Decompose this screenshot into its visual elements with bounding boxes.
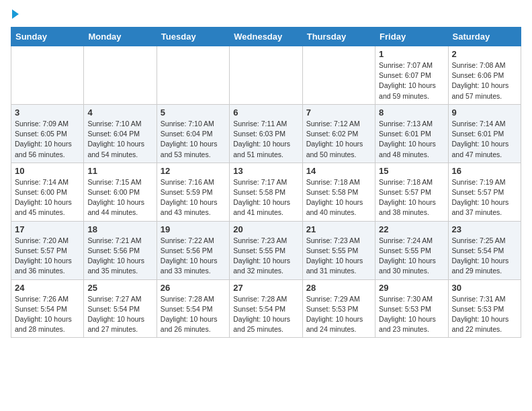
day-detail: Sunrise: 7:16 AM Sunset: 5:59 PM Dayligh…: [161, 177, 226, 218]
day-detail: Sunrise: 7:31 AM Sunset: 5:53 PM Dayligh…: [452, 294, 517, 335]
page-header: [11, 11, 521, 19]
calendar-day-cell: 12Sunrise: 7:16 AM Sunset: 5:59 PM Dayli…: [157, 163, 229, 221]
day-detail: Sunrise: 7:21 AM Sunset: 5:56 PM Dayligh…: [87, 236, 152, 277]
weekday-monday: Monday: [84, 28, 157, 46]
day-detail: Sunrise: 7:11 AM Sunset: 6:03 PM Dayligh…: [233, 119, 298, 160]
day-detail: Sunrise: 7:10 AM Sunset: 6:04 PM Dayligh…: [161, 119, 226, 160]
day-number: 7: [306, 107, 371, 118]
calendar-day-cell: 4Sunrise: 7:10 AM Sunset: 6:04 PM Daylig…: [84, 104, 157, 163]
day-detail: Sunrise: 7:08 AM Sunset: 6:06 PM Dayligh…: [452, 60, 517, 101]
calendar-day-cell: 5Sunrise: 7:10 AM Sunset: 6:04 PM Daylig…: [157, 104, 229, 163]
calendar-week-row: 1Sunrise: 7:07 AM Sunset: 6:07 PM Daylig…: [11, 46, 521, 105]
calendar-day-cell: [230, 46, 302, 105]
calendar-day-cell: 21Sunrise: 7:23 AM Sunset: 5:55 PM Dayli…: [302, 221, 375, 279]
day-number: 8: [379, 107, 444, 118]
day-number: 28: [306, 283, 371, 293]
day-detail: Sunrise: 7:28 AM Sunset: 5:54 PM Dayligh…: [161, 294, 226, 335]
day-number: 25: [87, 283, 152, 293]
day-number: 9: [452, 107, 517, 118]
day-number: 30: [452, 283, 517, 293]
calendar-week-row: 24Sunrise: 7:26 AM Sunset: 5:54 PM Dayli…: [11, 279, 521, 338]
day-number: 4: [87, 107, 152, 118]
calendar-week-row: 10Sunrise: 7:14 AM Sunset: 6:00 PM Dayli…: [11, 163, 521, 221]
calendar-table: SundayMondayTuesdayWednesdayThursdayFrid…: [11, 27, 521, 338]
calendar-day-cell: 7Sunrise: 7:12 AM Sunset: 6:02 PM Daylig…: [302, 104, 375, 163]
weekday-tuesday: Tuesday: [157, 28, 229, 46]
day-number: 2: [452, 49, 517, 59]
calendar-day-cell: 9Sunrise: 7:14 AM Sunset: 6:01 PM Daylig…: [448, 104, 521, 163]
day-detail: Sunrise: 7:15 AM Sunset: 6:00 PM Dayligh…: [87, 177, 152, 218]
day-number: 10: [15, 166, 80, 176]
weekday-thursday: Thursday: [302, 28, 375, 46]
calendar-day-cell: 26Sunrise: 7:28 AM Sunset: 5:54 PM Dayli…: [157, 279, 229, 338]
logo-arrow-icon: [12, 9, 19, 19]
day-number: 11: [87, 166, 152, 176]
day-detail: Sunrise: 7:07 AM Sunset: 6:07 PM Dayligh…: [379, 60, 444, 101]
day-number: 14: [306, 166, 371, 176]
weekday-friday: Friday: [375, 28, 448, 46]
day-detail: Sunrise: 7:20 AM Sunset: 5:57 PM Dayligh…: [15, 236, 80, 277]
day-detail: Sunrise: 7:26 AM Sunset: 5:54 PM Dayligh…: [15, 294, 80, 335]
day-number: 13: [233, 166, 298, 176]
day-number: 15: [379, 166, 444, 176]
calendar-day-cell: 23Sunrise: 7:25 AM Sunset: 5:54 PM Dayli…: [448, 221, 521, 279]
day-detail: Sunrise: 7:30 AM Sunset: 5:53 PM Dayligh…: [379, 294, 444, 335]
calendar-day-cell: 1Sunrise: 7:07 AM Sunset: 6:07 PM Daylig…: [375, 46, 448, 105]
day-detail: Sunrise: 7:24 AM Sunset: 5:55 PM Dayligh…: [379, 236, 444, 277]
calendar-day-cell: 6Sunrise: 7:11 AM Sunset: 6:03 PM Daylig…: [230, 104, 302, 163]
calendar-day-cell: [84, 46, 157, 105]
day-number: 21: [306, 224, 371, 234]
day-detail: Sunrise: 7:18 AM Sunset: 5:58 PM Dayligh…: [306, 177, 371, 218]
day-detail: Sunrise: 7:17 AM Sunset: 5:58 PM Dayligh…: [233, 177, 298, 218]
calendar-day-cell: [11, 46, 84, 105]
day-detail: Sunrise: 7:18 AM Sunset: 5:57 PM Dayligh…: [379, 177, 444, 218]
calendar-day-cell: 17Sunrise: 7:20 AM Sunset: 5:57 PM Dayli…: [11, 221, 84, 279]
day-detail: Sunrise: 7:27 AM Sunset: 5:54 PM Dayligh…: [87, 294, 152, 335]
day-detail: Sunrise: 7:14 AM Sunset: 6:01 PM Dayligh…: [452, 119, 517, 160]
day-number: 18: [87, 224, 152, 234]
calendar-day-cell: 13Sunrise: 7:17 AM Sunset: 5:58 PM Dayli…: [230, 163, 302, 221]
day-number: 27: [233, 283, 298, 293]
day-detail: Sunrise: 7:12 AM Sunset: 6:02 PM Dayligh…: [306, 119, 371, 160]
calendar-day-cell: 28Sunrise: 7:29 AM Sunset: 5:53 PM Dayli…: [302, 279, 375, 338]
day-number: 6: [233, 107, 298, 118]
weekday-sunday: Sunday: [11, 28, 84, 46]
calendar-day-cell: 2Sunrise: 7:08 AM Sunset: 6:06 PM Daylig…: [448, 46, 521, 105]
calendar-day-cell: 18Sunrise: 7:21 AM Sunset: 5:56 PM Dayli…: [84, 221, 157, 279]
calendar-day-cell: 19Sunrise: 7:22 AM Sunset: 5:56 PM Dayli…: [157, 221, 229, 279]
calendar-day-cell: [157, 46, 229, 105]
day-detail: Sunrise: 7:13 AM Sunset: 6:01 PM Dayligh…: [379, 119, 444, 160]
calendar-week-row: 3Sunrise: 7:09 AM Sunset: 6:05 PM Daylig…: [11, 104, 521, 163]
day-detail: Sunrise: 7:22 AM Sunset: 5:56 PM Dayligh…: [161, 236, 226, 277]
calendar-day-cell: 8Sunrise: 7:13 AM Sunset: 6:01 PM Daylig…: [375, 104, 448, 163]
day-number: 20: [233, 224, 298, 234]
calendar-day-cell: 29Sunrise: 7:30 AM Sunset: 5:53 PM Dayli…: [375, 279, 448, 338]
calendar-day-cell: 20Sunrise: 7:23 AM Sunset: 5:55 PM Dayli…: [230, 221, 302, 279]
day-number: 26: [161, 283, 226, 293]
day-number: 12: [161, 166, 226, 176]
day-detail: Sunrise: 7:23 AM Sunset: 5:55 PM Dayligh…: [306, 236, 371, 277]
day-number: 22: [379, 224, 444, 234]
day-detail: Sunrise: 7:14 AM Sunset: 6:00 PM Dayligh…: [15, 177, 80, 218]
calendar-day-cell: [302, 46, 375, 105]
day-detail: Sunrise: 7:19 AM Sunset: 5:57 PM Dayligh…: [452, 177, 517, 218]
calendar-body: 1Sunrise: 7:07 AM Sunset: 6:07 PM Daylig…: [11, 46, 521, 338]
weekday-saturday: Saturday: [448, 28, 521, 46]
day-number: 29: [379, 283, 444, 293]
calendar-day-cell: 14Sunrise: 7:18 AM Sunset: 5:58 PM Dayli…: [302, 163, 375, 221]
weekday-wednesday: Wednesday: [230, 28, 302, 46]
day-number: 17: [15, 224, 80, 234]
calendar-day-cell: 24Sunrise: 7:26 AM Sunset: 5:54 PM Dayli…: [11, 279, 84, 338]
calendar-day-cell: 11Sunrise: 7:15 AM Sunset: 6:00 PM Dayli…: [84, 163, 157, 221]
calendar-day-cell: 15Sunrise: 7:18 AM Sunset: 5:57 PM Dayli…: [375, 163, 448, 221]
calendar-day-cell: 16Sunrise: 7:19 AM Sunset: 5:57 PM Dayli…: [448, 163, 521, 221]
calendar-day-cell: 25Sunrise: 7:27 AM Sunset: 5:54 PM Dayli…: [84, 279, 157, 338]
day-number: 19: [161, 224, 226, 234]
calendar-day-cell: 10Sunrise: 7:14 AM Sunset: 6:00 PM Dayli…: [11, 163, 84, 221]
day-number: 5: [161, 107, 226, 118]
logo: [11, 11, 19, 19]
calendar-day-cell: 3Sunrise: 7:09 AM Sunset: 6:05 PM Daylig…: [11, 104, 84, 163]
day-detail: Sunrise: 7:09 AM Sunset: 6:05 PM Dayligh…: [15, 119, 80, 160]
day-number: 16: [452, 166, 517, 176]
weekday-header-row: SundayMondayTuesdayWednesdayThursdayFrid…: [11, 28, 521, 46]
